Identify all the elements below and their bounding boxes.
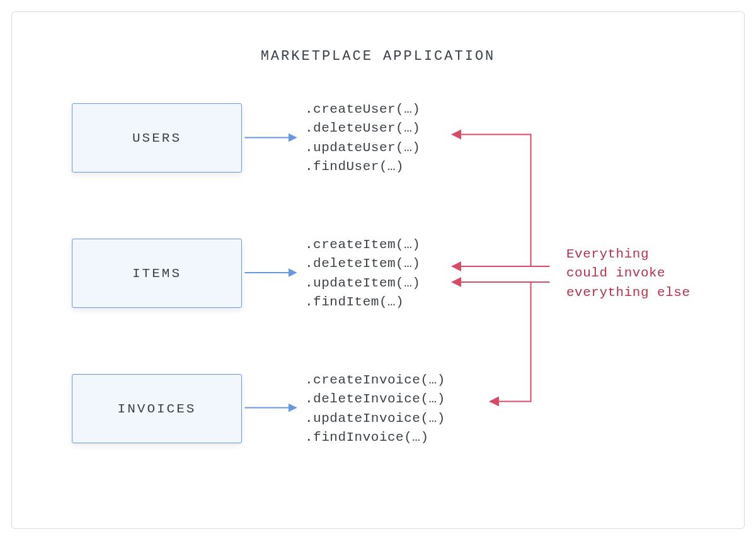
bracket-connector-icon	[452, 135, 550, 266]
module-label: ITEMS	[132, 266, 181, 281]
annotation-text: Everything could invoke everything else	[566, 245, 690, 302]
bracket-connector-icon	[490, 282, 531, 402]
diagram-title: MARKETPLACE APPLICATION	[12, 48, 744, 64]
method-line: .deleteInvoice(…)	[305, 390, 445, 409]
method-line: .findInvoice(…)	[305, 428, 445, 447]
module-invoices: INVOICES	[72, 374, 242, 443]
method-line: .createItem(…)	[305, 235, 420, 254]
method-line: .findItem(…)	[305, 293, 420, 312]
annotation-line: could invoke	[566, 264, 690, 283]
methods-invoices: .createInvoice(…) .deleteInvoice(…) .upd…	[305, 371, 445, 448]
method-line: .deleteItem(…)	[305, 254, 420, 273]
module-users: USERS	[72, 103, 242, 173]
module-label: USERS	[132, 131, 181, 145]
method-line: .createInvoice(…)	[305, 371, 445, 390]
diagram-frame: MARKETPLACE APPLICATION USERS .createUse…	[11, 11, 745, 529]
method-line: .updateItem(…)	[305, 274, 420, 293]
methods-users: .createUser(…) .deleteUser(…) .updateUse…	[305, 100, 420, 177]
methods-items: .createItem(…) .deleteItem(…) .updateIte…	[305, 235, 420, 312]
method-line: .updateUser(…)	[305, 139, 420, 157]
method-line: .createUser(…)	[305, 100, 420, 119]
method-line: .findUser(…)	[305, 157, 420, 176]
annotation-line: everything else	[566, 283, 690, 302]
method-line: .updateInvoice(…)	[305, 409, 445, 428]
method-line: .deleteUser(…)	[305, 119, 420, 138]
module-items: ITEMS	[72, 239, 242, 308]
annotation-line: Everything	[566, 245, 690, 264]
module-label: INVOICES	[118, 402, 197, 416]
